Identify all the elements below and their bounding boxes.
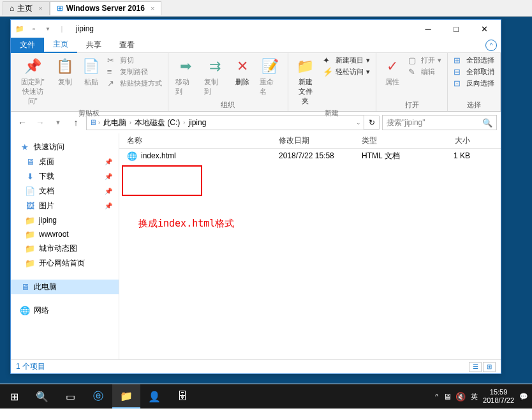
breadcrumb-drive[interactable]: 本地磁盘 (C:) xyxy=(133,117,182,128)
explorer-button[interactable]: 📁 xyxy=(112,384,140,409)
col-size[interactable]: 大小 xyxy=(432,135,477,146)
pin-icon: 📌 xyxy=(105,188,112,195)
search-icon[interactable]: 🔍 xyxy=(482,118,492,128)
ribbon-tab-home[interactable]: 主页 xyxy=(44,38,77,53)
recent-button[interactable]: ▼ xyxy=(50,115,66,130)
details-view-button[interactable]: ☰ xyxy=(469,362,482,372)
easy-access-button[interactable]: ⚡轻松访问 ▾ xyxy=(321,66,372,77)
forward-button[interactable]: → xyxy=(33,115,48,130)
ribbon-tab-view[interactable]: 查看 xyxy=(110,38,144,53)
open-icon: ▢ xyxy=(408,56,418,65)
pin-to-quick-access-button[interactable]: 📌 固定到"快速访问" xyxy=(15,55,51,107)
folder-icon: 📁 xyxy=(25,244,35,254)
open-button[interactable]: ▢打开 ▾ xyxy=(406,55,443,66)
maximize-button[interactable]: □ xyxy=(442,20,470,38)
col-name[interactable]: 名称 xyxy=(119,135,279,146)
ribbon-tab-share[interactable]: 共享 xyxy=(77,38,110,53)
sidebar-network[interactable]: 🌐 网络 xyxy=(11,303,119,318)
properties-button[interactable]: ✓ 属性 xyxy=(380,55,404,88)
volume-icon[interactable]: 🔇 xyxy=(455,392,466,401)
path-icon: ≡ xyxy=(107,67,117,77)
desktop-icon: 🖥 xyxy=(25,157,35,167)
sidebar-jiping[interactable]: 📁 jiping xyxy=(11,213,119,227)
search-input[interactable]: 搜索"jiping" 🔍 xyxy=(382,115,497,130)
refresh-button[interactable]: ↻ xyxy=(364,116,380,130)
search-button[interactable]: 🔍 xyxy=(28,384,56,409)
sidebar-city[interactable]: 📁 城市动态图 xyxy=(11,241,119,256)
selectall-icon: ⊞ xyxy=(454,56,464,65)
close-icon[interactable]: × xyxy=(38,4,42,12)
ribbon-collapse-button[interactable]: ^ xyxy=(485,40,497,51)
qat-icon[interactable]: ▫ xyxy=(27,22,40,35)
copy-button[interactable]: 📋 复制 xyxy=(53,55,77,88)
sidebar-desktop[interactable]: 🖥 桌面 📌 xyxy=(11,154,119,169)
sidebar-this-pc[interactable]: 🖥 此电脑 xyxy=(11,280,119,294)
paste-shortcut-button[interactable]: ↗粘贴快捷方式 xyxy=(105,78,164,89)
server-button[interactable]: 🗄 xyxy=(168,384,196,409)
back-button[interactable]: ← xyxy=(15,115,30,130)
breadcrumb[interactable]: 🖥 › 此电脑 › 本地磁盘 (C:) › jiping ⌄ xyxy=(86,115,364,130)
titlebar: 📁 ▫ ▼ | jiping ─ □ ✕ xyxy=(11,20,501,38)
properties-icon: ✓ xyxy=(387,56,398,77)
app-button[interactable]: 👤 xyxy=(140,384,168,409)
clock[interactable]: 15:59 2018/7/22 xyxy=(483,388,514,405)
edit-button[interactable]: ✎编辑 xyxy=(406,66,443,77)
up-button[interactable]: ↑ xyxy=(68,115,84,130)
rename-button[interactable]: 📝 重命名 xyxy=(256,55,284,98)
label: 新建文件夹 xyxy=(295,77,316,106)
ie-button[interactable]: ⓔ xyxy=(84,384,112,409)
col-date[interactable]: 修改日期 xyxy=(279,135,362,146)
label: 删除 xyxy=(235,77,249,87)
delete-button[interactable]: ✕ 删除 xyxy=(230,55,255,88)
chevron-icon: › xyxy=(183,119,185,126)
minimize-button[interactable]: ─ xyxy=(414,20,442,38)
move-to-button[interactable]: ➡ 移动到 xyxy=(172,55,200,98)
tray-icon[interactable]: 🖥 xyxy=(443,392,452,401)
breadcrumb-pc[interactable]: 此电脑 xyxy=(101,117,128,128)
group-label: 选择 xyxy=(452,99,496,111)
new-item-button[interactable]: ✦新建项目 ▾ xyxy=(321,55,372,66)
pin-icon: 📌 xyxy=(24,56,41,77)
notification-icon[interactable]: 💬 xyxy=(519,393,528,401)
sidebar-happy[interactable]: 📁 开心网站首页 xyxy=(11,256,119,271)
file-row[interactable]: 🌐 index.html 2018/7/22 15:58 HTML 文档 1 K… xyxy=(119,149,501,163)
item-count: 1 个项目 xyxy=(16,361,45,372)
breadcrumb-folder[interactable]: jiping xyxy=(186,118,208,127)
browser-tab-server[interactable]: ⊞ Windows Server 2016 × xyxy=(50,1,162,15)
sidebar-wwwroot[interactable]: 📁 wwwroot xyxy=(11,227,119,241)
copy-to-button[interactable]: ⇉ 复制到 xyxy=(201,55,228,98)
folder-icon: 📁 xyxy=(13,22,26,35)
sidebar-downloads[interactable]: ⬇ 下载 📌 xyxy=(11,169,119,184)
file-type: HTML 文档 xyxy=(362,151,432,161)
close-button[interactable]: ✕ xyxy=(470,20,498,38)
select-none-button[interactable]: ⊟全部取消 xyxy=(452,66,496,77)
tab-label: 主页 xyxy=(17,3,33,14)
tray-expand-icon[interactable]: ^ xyxy=(435,393,438,400)
ime-indicator[interactable]: 英 xyxy=(471,392,478,401)
task-view-button[interactable]: ▭ xyxy=(56,384,84,409)
start-button[interactable]: ⊞ xyxy=(0,384,28,409)
pin-icon: 📌 xyxy=(105,173,112,180)
sidebar-quick-access[interactable]: ★ 快速访问 xyxy=(11,140,119,154)
dropdown-icon[interactable]: ⌄ xyxy=(356,119,361,126)
file-name: index.html xyxy=(141,151,176,160)
cut-button[interactable]: ✂剪切 xyxy=(105,55,164,66)
paste-button[interactable]: 📄 粘贴 xyxy=(79,55,103,88)
pin-icon: 📌 xyxy=(105,158,112,165)
icons-view-button[interactable]: ⊞ xyxy=(483,362,496,372)
new-folder-button[interactable]: 📁 新建文件夹 xyxy=(292,55,319,107)
close-icon[interactable]: × xyxy=(151,4,154,12)
sidebar-pictures[interactable]: 🖼 图片 📌 xyxy=(11,199,119,213)
html-file-icon: 🌐 xyxy=(127,151,137,161)
select-all-button[interactable]: ⊞全部选择 xyxy=(452,55,496,66)
sidebar-documents[interactable]: 📄 文档 📌 xyxy=(11,184,119,199)
copy-path-button[interactable]: ≡复制路径 xyxy=(105,66,164,77)
browser-tab-home[interactable]: ⌂ 主页 × xyxy=(3,1,50,15)
invert-selection-button[interactable]: ⊡反向选择 xyxy=(452,78,496,89)
chevron-icon: › xyxy=(129,119,131,126)
taskbar: ⊞ 🔍 ▭ ⓔ 📁 👤 🗄 ^ 🖥 🔇 英 15:59 2018/7/22 💬 xyxy=(0,384,532,409)
qat-dropdown-icon[interactable]: ▼ xyxy=(41,22,54,35)
col-type[interactable]: 类型 xyxy=(362,135,432,146)
ribbon-tab-file[interactable]: 文件 xyxy=(11,38,44,53)
label: 复制 xyxy=(58,77,72,87)
